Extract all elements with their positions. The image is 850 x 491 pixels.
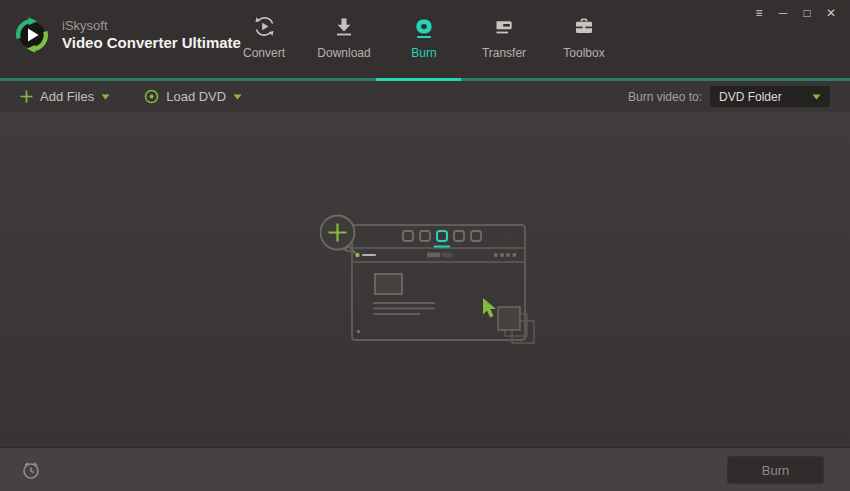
load-dvd-label: Load DVD xyxy=(166,89,226,104)
app-brand: iSkysoft Video Converter Ultimate xyxy=(12,15,241,55)
maximize-icon[interactable]: □ xyxy=(800,5,814,21)
title-bar: iSkysoft Video Converter Ultimate Conver… xyxy=(0,0,850,78)
burn-destination-value: DVD Folder xyxy=(719,90,782,104)
burn-destination-group: Burn video to: DVD Folder xyxy=(628,86,830,107)
bottom-bar: Burn xyxy=(0,447,850,491)
tab-transfer-label: Transfer xyxy=(482,46,526,60)
window-controls: ≡ ─ □ ✕ xyxy=(752,5,838,21)
burn-button[interactable]: Burn xyxy=(727,456,824,484)
convert-icon xyxy=(252,13,277,39)
tab-convert[interactable]: Convert xyxy=(233,13,295,60)
file-list-drop-area[interactable] xyxy=(0,112,850,447)
tab-burn-label: Burn xyxy=(411,46,436,60)
toolbox-icon xyxy=(572,13,596,39)
minimize-icon[interactable]: ─ xyxy=(776,5,790,21)
tab-toolbox[interactable]: Toolbox xyxy=(553,13,615,60)
plus-icon xyxy=(20,90,33,103)
tab-convert-label: Convert xyxy=(243,46,285,60)
app-logo-icon xyxy=(12,15,52,55)
close-icon[interactable]: ✕ xyxy=(824,5,838,21)
burn-destination-select[interactable]: DVD Folder xyxy=(710,86,830,107)
menu-icon[interactable]: ≡ xyxy=(752,5,766,21)
main-nav: Convert Download Burn xyxy=(233,13,615,60)
brand-line-1: iSkysoft xyxy=(62,18,241,34)
tab-download[interactable]: Download xyxy=(313,13,375,60)
schedule-clock-icon[interactable] xyxy=(20,459,42,481)
chevron-down-icon[interactable] xyxy=(233,94,242,100)
download-icon xyxy=(332,13,356,39)
tab-transfer[interactable]: Transfer xyxy=(473,13,535,60)
chevron-down-icon[interactable] xyxy=(101,94,110,100)
burn-to-label: Burn video to: xyxy=(628,90,702,104)
tab-toolbox-label: Toolbox xyxy=(563,46,604,60)
chevron-down-icon xyxy=(812,94,821,100)
disc-dot-icon xyxy=(144,89,159,104)
tab-burn[interactable]: Burn xyxy=(393,13,455,60)
transfer-icon xyxy=(492,13,516,39)
drag-drop-window-illustration xyxy=(320,205,545,353)
add-files-button[interactable]: Add Files xyxy=(20,89,110,104)
toolbar: Add Files Load DVD Burn video to: DVD Fo… xyxy=(0,81,850,112)
brand-line-2: Video Converter Ultimate xyxy=(62,34,241,53)
tab-download-label: Download xyxy=(317,46,370,60)
load-dvd-button[interactable]: Load DVD xyxy=(144,89,242,104)
add-files-label: Add Files xyxy=(40,89,94,104)
burn-disc-icon xyxy=(412,13,436,39)
